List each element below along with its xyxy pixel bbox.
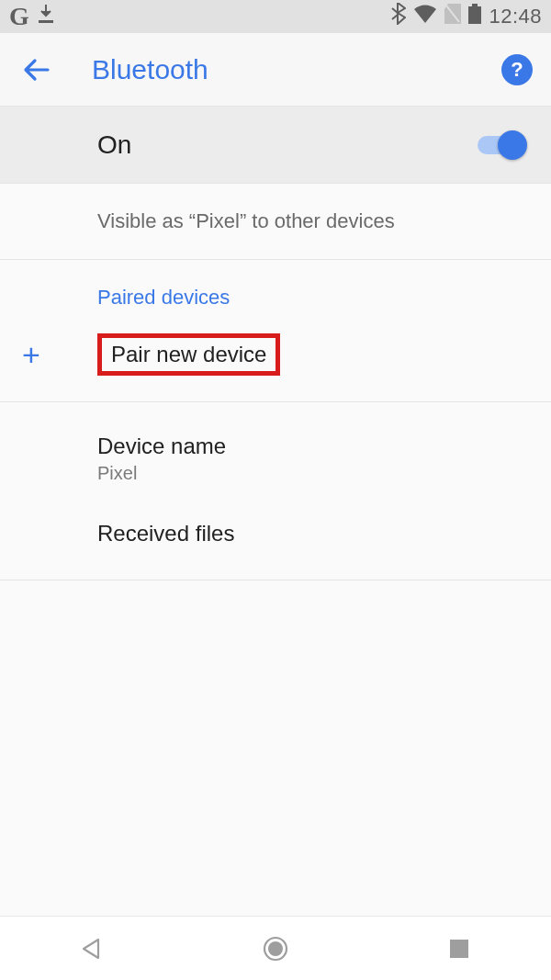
toggle-switch[interactable] bbox=[478, 136, 523, 154]
nav-recents-button[interactable] bbox=[404, 938, 514, 960]
received-files-label: Received files bbox=[97, 521, 523, 546]
received-files-row[interactable]: Received files bbox=[0, 497, 551, 570]
device-name-label: Device name bbox=[97, 434, 523, 459]
help-button[interactable]: ? bbox=[501, 54, 533, 85]
back-button[interactable] bbox=[18, 55, 55, 84]
visibility-text: Visible as “Pixel” to other devices bbox=[0, 184, 551, 260]
battery-icon bbox=[468, 4, 481, 29]
settings-block: Device name Pixel Received files bbox=[0, 402, 551, 580]
bluetooth-toggle-row[interactable]: On bbox=[0, 107, 551, 184]
navigation-bar bbox=[0, 916, 551, 980]
download-icon bbox=[39, 5, 53, 28]
square-recents-icon bbox=[448, 938, 470, 960]
app-bar: Bluetooth ? bbox=[0, 33, 551, 107]
arrow-left-icon bbox=[22, 55, 51, 84]
bluetooth-icon bbox=[391, 3, 406, 30]
svg-rect-0 bbox=[468, 6, 481, 24]
no-sim-icon bbox=[444, 4, 461, 29]
triangle-back-icon bbox=[80, 937, 104, 961]
status-clock: 12:48 bbox=[489, 5, 542, 28]
toggle-label: On bbox=[97, 130, 131, 160]
wifi-icon bbox=[413, 5, 437, 28]
help-icon: ? bbox=[511, 58, 523, 82]
circle-home-icon bbox=[262, 935, 289, 963]
pair-new-device-label: Pair new device bbox=[111, 342, 266, 366]
status-bar: G 12:48 bbox=[0, 0, 551, 33]
pair-new-device-highlight: Pair new device bbox=[97, 333, 280, 376]
paired-devices-header: Paired devices bbox=[0, 260, 551, 321]
svg-rect-4 bbox=[450, 940, 468, 958]
nav-home-button[interactable] bbox=[220, 935, 331, 963]
device-name-value: Pixel bbox=[97, 463, 523, 484]
plus-icon: + bbox=[22, 337, 40, 373]
pair-new-device-row[interactable]: + Pair new device bbox=[0, 321, 551, 402]
svg-rect-1 bbox=[472, 4, 478, 6]
page-title: Bluetooth bbox=[92, 54, 208, 85]
nav-back-button[interactable] bbox=[37, 937, 147, 961]
google-icon: G bbox=[9, 2, 29, 31]
device-name-row[interactable]: Device name Pixel bbox=[0, 421, 551, 497]
svg-point-3 bbox=[268, 941, 283, 956]
